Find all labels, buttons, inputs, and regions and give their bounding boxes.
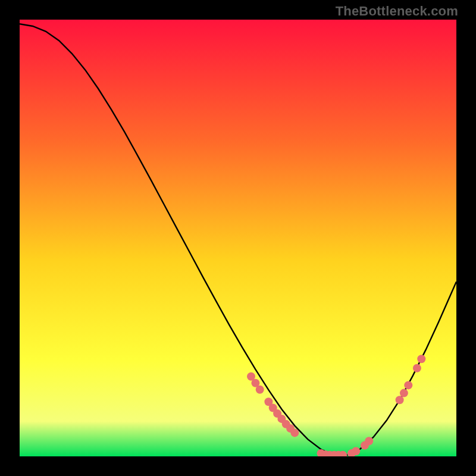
data-point (400, 389, 408, 397)
plot-area (20, 20, 456, 456)
gradient-background (20, 20, 456, 456)
data-point (365, 437, 373, 445)
watermark-text: TheBottleneck.com (336, 4, 458, 19)
data-point (417, 355, 425, 363)
data-point (352, 447, 360, 455)
data-point (290, 428, 299, 437)
data-point (413, 364, 421, 372)
chart-svg (20, 20, 456, 456)
data-point (404, 381, 412, 389)
data-point (256, 386, 264, 394)
chart-frame: TheBottleneck.com (0, 0, 476, 476)
data-point (396, 396, 404, 404)
